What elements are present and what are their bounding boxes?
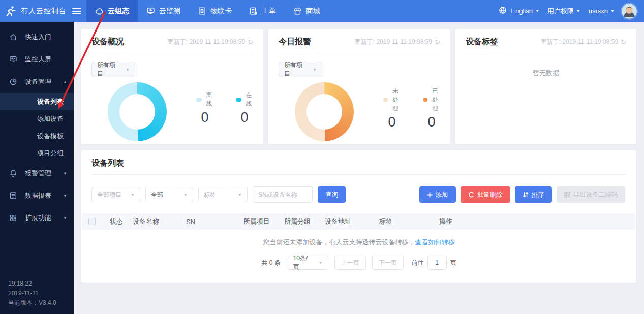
report-icon — [9, 192, 25, 200]
chevron-down-icon: ▼ — [535, 9, 539, 13]
refresh-icon[interactable]: ↻ — [248, 38, 253, 46]
prev-page-button[interactable]: 上一页 — [334, 256, 366, 270]
chevron-down-icon: ▼ — [131, 193, 135, 197]
legend-offline: 离线 0 — [196, 91, 213, 125]
legend-unhandled: 未处理 0 — [383, 87, 401, 130]
sidebar-subitem-project-group[interactable]: 项目分组 — [0, 145, 74, 162]
project-filter-select[interactable]: 所有项目 ▼ — [279, 62, 322, 77]
nav-tab-label: 云监测 — [159, 7, 180, 16]
chevron-down-icon: ▼ — [576, 9, 580, 13]
nav-tab-mall[interactable]: 商城 — [285, 0, 329, 22]
batch-delete-button[interactable]: 批量删除 — [461, 186, 510, 203]
handled-swatch — [423, 98, 427, 102]
offline-swatch — [196, 98, 202, 102]
empty-state-text: 您当前还未添加设备，有人云支持透传云设备转移， — [263, 238, 415, 246]
sidebar-submenu-device-management: 设备列表 添加设备 设备模板 项目分组 — [0, 93, 74, 162]
device-list-title: 设备列表 — [91, 158, 124, 169]
sidebar-footer: 19:18:22 2019-11-11 当前版本：V3.4.0 — [8, 279, 56, 308]
select-all-checkbox[interactable] — [88, 218, 96, 225]
updated-at: 更新于: 2019-11-11 19:08:59 ↻ — [168, 38, 253, 46]
select-value: 全部 — [151, 191, 163, 199]
pagination: 共 0 条 10条/页 ▼ 上一页 下一页 前往 页 — [81, 256, 636, 270]
chevron-down-icon: ▼ — [183, 193, 188, 197]
batch-delete-icon — [468, 192, 474, 198]
select-value: 所有项目 — [97, 61, 120, 78]
qr-code-icon — [564, 192, 570, 198]
menu-toggle-icon[interactable] — [72, 7, 81, 16]
select-placeholder: 标签 — [204, 191, 216, 199]
sidebar-item-extensions[interactable]: 扩展功能 ▼ — [0, 207, 74, 229]
sidebar-item-monitor-screen[interactable]: 监控大屏 — [0, 48, 74, 71]
sidebar-item-device-management[interactable]: 设备管理 ▲ — [0, 71, 74, 93]
column-header-project: 所属项目 — [243, 217, 284, 226]
next-page-button[interactable]: 下一页 — [372, 256, 404, 270]
user-menu[interactable]: usrsxh ▼ — [589, 7, 615, 15]
permissions-label: 用户权限 — [547, 7, 574, 16]
chevron-down-icon: ▼ — [63, 194, 67, 198]
brand-name: 有人云控制台 — [21, 7, 67, 16]
apps-icon — [9, 214, 25, 222]
goto-label: 前往 — [412, 259, 424, 267]
status-filter-select[interactable]: 全部 ▼ — [145, 187, 193, 202]
select-placeholder: 全部项目 — [97, 191, 121, 199]
refresh-icon[interactable]: ↻ — [621, 38, 626, 46]
sidebar-item-label: 扩展功能 — [25, 213, 51, 223]
unhandled-count: 0 — [383, 114, 401, 130]
nav-tab-cloud-config[interactable]: 云组态 — [86, 0, 138, 22]
pie-chart-icon — [9, 78, 25, 86]
sort-button[interactable]: 排序 — [515, 186, 552, 203]
main-content: 设备概况 更新于: 2019-11-11 19:08:59 ↻ 所有项目 ▼ 离… — [74, 22, 644, 314]
page-size-select[interactable]: 10条/页 ▼ — [288, 256, 328, 270]
sidebar-item-label: 报警管理 — [25, 169, 51, 178]
sidebar-subitem-device-template[interactable]: 设备模板 — [0, 128, 74, 145]
alarm-icon — [9, 169, 25, 177]
chevron-down-icon: ▼ — [313, 68, 317, 72]
transfer-help-link[interactable]: 查看如何转移 — [415, 238, 455, 246]
device-list-toolbar: 全部项目 ▼ 全部 ▼ 标签 ▼ 查询 添加 批量删除 — [91, 186, 625, 203]
permissions-menu[interactable]: 用户权限 ▼ — [547, 7, 580, 16]
column-header-address: 设备地址 — [325, 217, 379, 226]
sidebar-item-label: 快速入门 — [25, 33, 51, 42]
unhandled-swatch — [383, 98, 388, 102]
search-input[interactable] — [253, 186, 313, 203]
handled-count: 0 — [423, 114, 440, 130]
nav-tab-label: 云组态 — [108, 7, 129, 16]
sidebar-item-quick-start[interactable]: 快速入门 — [0, 26, 74, 48]
sidebar-item-data-report[interactable]: 数据报表 ▼ — [0, 184, 74, 207]
avatar[interactable] — [622, 4, 637, 19]
table-header-row: 状态 设备名称 SN 所属项目 所属分组 设备地址 标签 操作 — [82, 213, 636, 230]
sidebar-subitem-device-list[interactable]: 设备列表 — [0, 93, 74, 110]
add-device-button[interactable]: 添加 — [419, 186, 456, 203]
screen-icon — [9, 55, 25, 64]
column-header-status: 状态 — [110, 217, 133, 226]
column-header-actions: 操作 — [439, 217, 636, 226]
online-count: 0 — [236, 110, 253, 125]
sidebar-item-alarm-management[interactable]: 报警管理 ▼ — [0, 162, 74, 184]
nav-tab-cloud-monitor[interactable]: 云监测 — [138, 0, 189, 22]
tag-filter-select[interactable]: 标签 ▼ — [198, 187, 248, 202]
export-qr-button[interactable]: 导出设备二维码 — [557, 186, 626, 203]
chevron-down-icon: ▼ — [126, 68, 130, 72]
column-header-sn: SN — [186, 218, 243, 226]
sidebar-item-label: 设备管理 — [25, 77, 51, 86]
chevron-down-icon: ▼ — [610, 9, 615, 13]
sidebar-subitem-add-device[interactable]: 添加设备 — [0, 110, 74, 128]
card-title: 今日报警 — [279, 37, 311, 47]
project-filter-select[interactable]: 全部项目 ▼ — [91, 187, 140, 202]
language-selector[interactable]: English ▼ — [511, 7, 539, 15]
clock-time: 19:18:22 — [8, 279, 56, 289]
project-filter-select[interactable]: 所有项目 ▼ — [91, 62, 135, 77]
goto-page-input[interactable] — [427, 256, 447, 270]
chevron-down-icon: ▼ — [319, 261, 323, 265]
alarm-status-donut-chart — [295, 82, 354, 141]
dashboard-cards: 设备概况 更新于: 2019-11-11 19:08:59 ↻ 所有项目 ▼ 离… — [81, 29, 636, 144]
refresh-icon[interactable]: ↻ — [435, 38, 440, 46]
legend-handled: 已处理 0 — [423, 87, 440, 130]
device-list-card: 设备列表 全部项目 ▼ 全部 ▼ 标签 ▼ 查询 添加 — [81, 150, 636, 283]
plus-icon — [427, 192, 433, 198]
nav-tab-work-order[interactable]: 工单 — [240, 0, 285, 22]
username-label: usrsxh — [589, 7, 608, 15]
query-button[interactable]: 查询 — [318, 186, 346, 203]
nav-tab-label: 工单 — [262, 7, 276, 16]
nav-tab-iot-card[interactable]: 物联卡 — [189, 0, 240, 22]
